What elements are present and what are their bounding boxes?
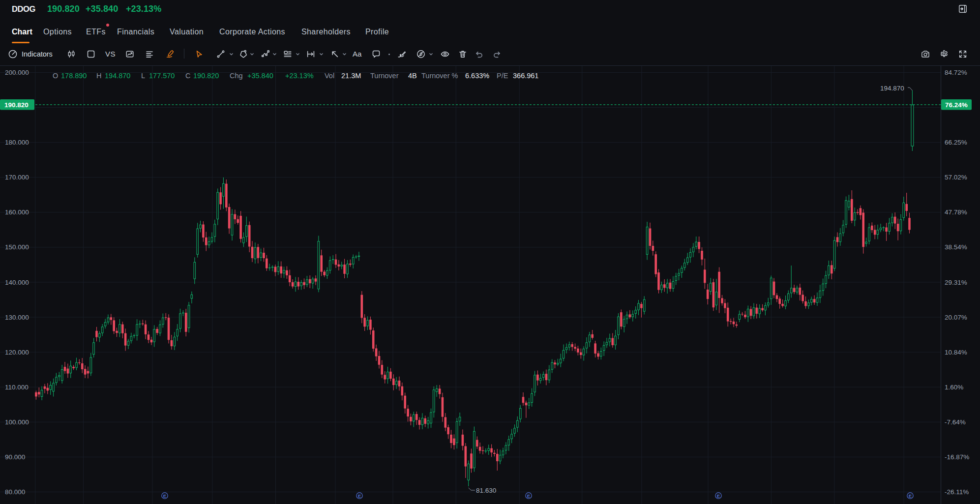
svg-text:180.000: 180.000 [5,139,29,146]
svg-text:E: E [163,493,166,499]
svg-text:80.000: 80.000 [5,488,25,496]
svg-text:38.54%: 38.54% [945,243,967,251]
svg-text:120.000: 120.000 [5,349,29,356]
svg-text:81.630: 81.630 [476,487,496,494]
svg-text:-26.11%: -26.11% [945,488,969,496]
svg-text:140.000: 140.000 [5,279,29,286]
svg-text:66.25%: 66.25% [945,139,967,146]
svg-text:76.24%: 76.24% [945,101,968,109]
svg-text:160.000: 160.000 [5,208,29,216]
svg-text:20.07%: 20.07% [945,314,967,321]
svg-text:E: E [909,493,912,499]
svg-text:130.000: 130.000 [5,314,29,321]
svg-text:-7.64%: -7.64% [945,418,966,426]
svg-text:-16.87%: -16.87% [945,453,969,461]
svg-text:170.000: 170.000 [5,174,29,181]
svg-text:190.820: 190.820 [4,101,29,109]
svg-text:47.78%: 47.78% [945,208,967,216]
svg-text:10.84%: 10.84% [945,349,967,356]
svg-text:110.000: 110.000 [5,384,29,391]
svg-text:150.000: 150.000 [5,243,29,251]
svg-text:E: E [527,493,530,499]
svg-text:57.02%: 57.02% [945,174,967,181]
svg-text:100.000: 100.000 [5,418,29,426]
svg-text:194.870: 194.870 [880,85,904,92]
svg-text:E: E [358,493,361,499]
svg-text:29.31%: 29.31% [945,279,967,286]
svg-text:90.000: 90.000 [5,453,25,461]
svg-text:1.60%: 1.60% [945,384,963,391]
svg-text:E: E [717,493,720,499]
